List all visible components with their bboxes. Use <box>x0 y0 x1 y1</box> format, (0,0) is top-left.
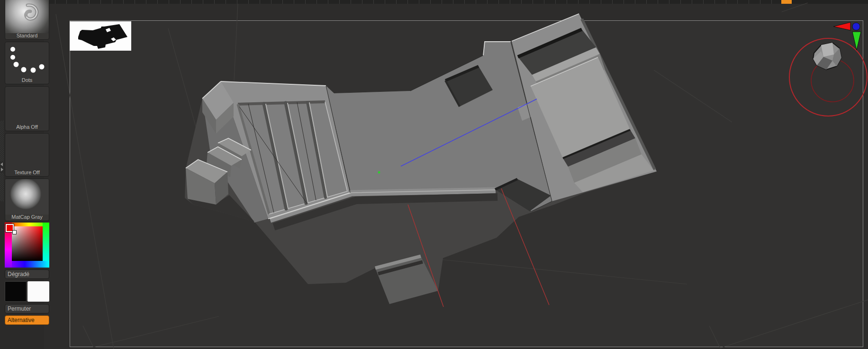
material-selector-matcap-gray[interactable]: MatCap Gray <box>5 179 49 221</box>
brush-selector-standard[interactable]: Standard <box>5 0 49 40</box>
matcap-sphere-icon <box>5 179 49 215</box>
brush-label: Standard <box>5 33 49 39</box>
alternative-button[interactable]: Alternative <box>5 315 49 325</box>
texture-selector[interactable]: Texture Off <box>5 133 49 177</box>
stroke-label: Dots <box>5 77 49 83</box>
dots-arc-icon <box>5 42 49 78</box>
tray-divider-handle[interactable] <box>0 161 4 173</box>
zbrush-app-window: { "app": { "name_hint": "sculpting-app-v… <box>0 0 868 349</box>
main-color-swatch[interactable] <box>5 281 27 302</box>
material-label: MatCap Gray <box>5 214 49 220</box>
secondary-color-swatch[interactable] <box>27 281 49 302</box>
timeline-bar-end[interactable] <box>792 0 868 4</box>
gradient-button[interactable]: Dégradé <box>5 269 49 279</box>
swap-colors-button[interactable]: Permuter <box>5 304 49 313</box>
color-cursor[interactable] <box>12 230 17 234</box>
color-picker[interactable] <box>5 223 49 268</box>
brush-swirl-icon <box>5 0 49 33</box>
texture-label: Texture Off <box>5 170 49 176</box>
document-thumbnail[interactable] <box>70 21 131 51</box>
alpha-selector[interactable]: Alpha Off <box>5 86 49 131</box>
stroke-selector-dots[interactable]: Dots <box>5 42 49 84</box>
document-canvas[interactable] <box>70 20 863 347</box>
alpha-label: Alpha Off <box>5 124 49 130</box>
thumbnail-silhouette <box>70 21 131 51</box>
timeline-active-segment[interactable] <box>781 0 792 4</box>
divider-arrow-left-icon <box>0 162 3 166</box>
tray-edge-scrollbar[interactable] <box>0 121 4 201</box>
divider-arrow-right-icon <box>1 168 3 171</box>
